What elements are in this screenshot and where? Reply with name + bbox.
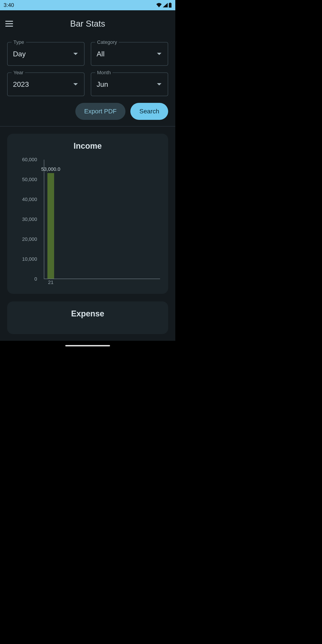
income-card: Income 010,00020,00030,00040,00050,00060…: [7, 134, 168, 294]
system-nav-bar: [0, 341, 175, 350]
export-pdf-button[interactable]: Export PDF: [75, 103, 126, 120]
year-select-label: Year: [12, 70, 25, 76]
expense-card: Expense: [7, 302, 168, 334]
signal-icon: [163, 3, 168, 8]
search-button[interactable]: Search: [130, 103, 168, 120]
status-bar: 3:40: [0, 0, 175, 10]
chevron-down-icon: [157, 83, 162, 86]
year-select-wrap: Year 2023: [7, 72, 84, 96]
month-select[interactable]: Month Jun: [91, 72, 168, 96]
y-tick-label: 60,000: [22, 157, 37, 162]
chart-bar: [48, 173, 54, 278]
month-select-value: Jun: [96, 80, 108, 88]
y-tick-label: 40,000: [22, 196, 37, 202]
category-select-wrap: Category All: [91, 42, 168, 66]
battery-icon: [168, 3, 172, 8]
menu-icon[interactable]: [5, 20, 14, 28]
category-select-label: Category: [95, 39, 119, 45]
y-tick-label: 10,000: [22, 256, 37, 262]
year-select[interactable]: Year 2023: [7, 72, 84, 96]
type-select-wrap: Type Day: [7, 42, 84, 66]
chevron-down-icon: [73, 53, 78, 55]
filters-panel: Type Day Category All Year 2023: [0, 37, 175, 96]
nav-handle-icon[interactable]: [65, 345, 110, 346]
year-select-value: 2023: [13, 80, 29, 88]
income-card-title: Income: [13, 141, 162, 151]
month-select-wrap: Month Jun: [91, 72, 168, 96]
type-select-label: Type: [12, 39, 26, 45]
page-title: Bar Stats: [0, 19, 175, 28]
y-tick-label: 0: [34, 276, 37, 282]
y-tick-label: 50,000: [22, 177, 37, 182]
x-tick-label: 21: [48, 280, 54, 285]
app-bar: Bar Stats: [0, 10, 175, 37]
y-tick-label: 30,000: [22, 216, 37, 222]
type-select[interactable]: Type Day: [7, 42, 84, 66]
category-select[interactable]: Category All: [91, 42, 168, 66]
type-select-value: Day: [13, 50, 26, 58]
actions-row: Export PDF Search: [0, 103, 175, 126]
cards-container: Income 010,00020,00030,00040,00050,00060…: [0, 126, 175, 341]
chevron-down-icon: [73, 83, 78, 86]
expense-card-title: Expense: [13, 309, 162, 318]
chevron-down-icon: [157, 53, 162, 55]
income-chart: 010,00020,00030,00040,00050,00060,000 53…: [13, 158, 162, 287]
y-tick-label: 20,000: [22, 236, 37, 242]
status-time: 3:40: [4, 2, 14, 8]
wifi-icon: [156, 3, 162, 8]
category-select-value: All: [96, 50, 105, 58]
status-icons: [156, 3, 172, 8]
month-select-label: Month: [95, 70, 112, 76]
chart-bar-label: 53,000.0: [41, 166, 60, 172]
